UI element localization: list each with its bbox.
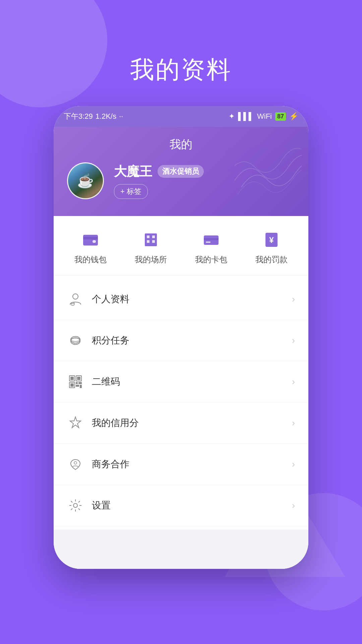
- action-fine[interactable]: ¥ 我的罚款: [255, 229, 288, 265]
- action-wallet[interactable]: 我的钱包: [74, 229, 107, 265]
- chevron-right-icon-5: ›: [292, 459, 295, 470]
- svg-marker-28: [70, 417, 81, 428]
- action-wallet-label: 我的钱包: [74, 254, 107, 265]
- chevron-right-icon: ›: [292, 294, 295, 305]
- person-icon: [67, 291, 84, 308]
- status-right: ✦ ▌▌▌ WiFi 87 ⚡: [229, 112, 298, 121]
- menu-profile-text: 个人资料: [92, 293, 284, 306]
- wifi-icon: WiFi: [257, 112, 272, 121]
- action-venue[interactable]: 我的场所: [135, 229, 167, 265]
- svg-text:¥: ¥: [269, 235, 274, 245]
- menu-credit-text: 我的信用分: [92, 417, 284, 429]
- svg-rect-26: [76, 385, 79, 386]
- qrcode-icon: [67, 373, 84, 390]
- chevron-right-icon-4: ›: [292, 418, 295, 428]
- username-text: 大魔王: [114, 163, 152, 180]
- menu-settings-text: 设置: [92, 499, 284, 512]
- quick-actions: 我的钱包 我的场所 我的卡包: [54, 216, 308, 275]
- svg-rect-0: [83, 235, 98, 246]
- role-badge: 酒水促销员: [158, 165, 204, 178]
- status-bar: 下午3:29 1.2K/s ·· ✦ ▌▌▌ WiFi 87 ⚡: [54, 106, 308, 127]
- svg-rect-1: [83, 237, 98, 239]
- avatar[interactable]: [67, 162, 104, 199]
- chevron-right-icon-6: ›: [292, 500, 295, 511]
- phone-mockup: 下午3:29 1.2K/s ·· ✦ ▌▌▌ WiFi 87 ⚡ 我的: [54, 106, 308, 569]
- building-icon: [139, 229, 163, 250]
- bluetooth-icon: ✦: [229, 112, 235, 121]
- menu-item-business[interactable]: 商务合作 ›: [54, 444, 308, 485]
- battery-badge: 87: [275, 112, 286, 121]
- svg-rect-2: [93, 240, 96, 243]
- fine-icon: ¥: [260, 229, 283, 250]
- menu-item-settings[interactable]: 设置 ›: [54, 485, 308, 526]
- svg-point-13: [73, 294, 78, 299]
- svg-rect-4: [147, 235, 149, 238]
- avatar-image: [68, 163, 103, 198]
- status-dot: ··: [119, 112, 123, 121]
- action-card[interactable]: 我的卡包: [195, 229, 227, 265]
- svg-rect-6: [147, 240, 149, 243]
- tag-button[interactable]: + 标签: [114, 184, 148, 199]
- svg-rect-5: [152, 235, 155, 238]
- svg-rect-3: [145, 233, 157, 246]
- profile-header: 我的 大魔王 酒水促销员 + 标签: [54, 127, 308, 216]
- svg-rect-27: [80, 385, 81, 388]
- svg-rect-9: [204, 238, 219, 240]
- menu-item-points[interactable]: 积分任务 ›: [54, 320, 308, 361]
- svg-point-29: [74, 462, 77, 464]
- card-icon: [199, 229, 223, 250]
- menu-points-text: 积分任务: [92, 334, 284, 347]
- chevron-right-icon-2: ›: [292, 335, 295, 346]
- menu-list: 个人资料 › 积分任务 ›: [54, 275, 308, 530]
- svg-rect-7: [152, 240, 155, 243]
- status-left: 下午3:29 1.2K/s ··: [64, 111, 123, 121]
- bg-decoration-circle-top: [0, 0, 107, 107]
- settings-icon: [67, 497, 84, 514]
- chevron-right-icon-3: ›: [292, 376, 295, 387]
- svg-rect-19: [71, 377, 73, 380]
- charging-icon: ⚡: [289, 112, 298, 121]
- points-icon: [67, 332, 84, 349]
- action-card-label: 我的卡包: [195, 254, 227, 265]
- svg-point-17: [71, 338, 80, 341]
- menu-qrcode-text: 二维码: [92, 375, 284, 388]
- status-time: 下午3:29: [64, 111, 93, 121]
- status-speed: 1.2K/s: [96, 112, 116, 121]
- svg-rect-21: [77, 377, 80, 380]
- menu-business-text: 商务合作: [92, 458, 284, 471]
- svg-rect-24: [76, 382, 77, 384]
- menu-item-profile[interactable]: 个人资料 ›: [54, 279, 308, 320]
- svg-rect-25: [79, 382, 81, 384]
- menu-item-qrcode[interactable]: 二维码 ›: [54, 361, 308, 402]
- wallet-icon: [79, 229, 102, 250]
- page-title: 我的资料: [130, 54, 232, 86]
- credit-icon: [67, 415, 84, 431]
- svg-rect-23: [71, 384, 73, 386]
- menu-item-credit[interactable]: 我的信用分 ›: [54, 402, 308, 444]
- action-venue-label: 我的场所: [135, 254, 167, 265]
- wave-decoration: [235, 133, 302, 194]
- action-fine-label: 我的罚款: [255, 254, 288, 265]
- business-icon: [67, 456, 84, 473]
- svg-point-30: [73, 503, 77, 507]
- svg-rect-10: [206, 241, 210, 243]
- gray-area: [54, 530, 308, 569]
- signal-icon: ▌▌▌: [238, 112, 254, 121]
